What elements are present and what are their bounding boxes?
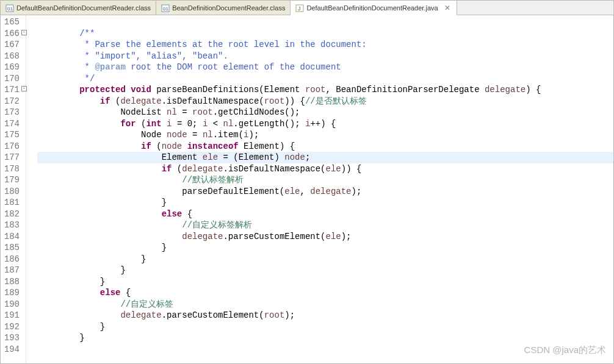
line-number: 187 [1,265,26,276]
line-number: 168 [1,51,26,62]
line-number: 175 [1,129,26,141]
line-number: 186 [1,254,26,265]
svg-text:01: 01 [7,6,13,12]
code-line[interactable]: * Parse the elements at the root level i… [37,39,613,51]
line-number: 189 [1,287,26,299]
line-number: 180 [1,186,26,198]
tab-bar: 01 DefaultBeanDefinitionDocumentReader.c… [1,1,613,15]
code-line[interactable]: delegate.parseCustomElement(ele); [37,231,613,243]
code-line[interactable]: for (int i = 0; i < nl.getLength(); i++)… [37,118,613,130]
line-number: 174 [1,118,26,130]
line-number: 169 [1,62,26,73]
code-line[interactable]: //自定义标签 [37,299,613,310]
line-number: 173 [1,107,26,118]
line-number: 171- [1,84,26,96]
code-line[interactable]: Element ele = (Element) node; [37,152,613,163]
tab-reader-class[interactable]: 01 BeanDefinitionDocumentReader.class [156,1,291,15]
line-number: 170 [1,73,26,85]
code-area[interactable]: /** * Parse the elements at the root lev… [37,15,613,363]
left-margin [29,15,37,363]
line-number: 192 [1,321,26,333]
code-line[interactable] [37,344,613,355]
line-number: 176 [1,141,26,152]
code-line[interactable]: } [37,332,613,344]
tab-label: DefaultBeanDefinitionDocumentReader.java [306,4,438,12]
code-line[interactable]: } [37,265,613,276]
line-number: 190 [1,299,26,310]
code-line[interactable]: */ [37,73,613,85]
code-line[interactable]: NodeList nl = root.getChildNodes(); [37,107,613,118]
line-number: 185 [1,242,26,254]
code-line[interactable]: //自定义标签解析 [37,219,613,231]
line-number: 179 [1,174,26,186]
code-line[interactable]: * @param root the DOM root element of th… [37,62,613,73]
svg-text:01: 01 [163,6,168,12]
line-number: 182 [1,209,26,220]
code-line[interactable]: protected void parseBeanDefinitions(Elem… [37,84,613,96]
code-line[interactable]: if (delegate.isDefaultNamespace(root)) {… [37,96,613,107]
line-number: 165 [1,16,26,28]
code-line[interactable]: else { [37,209,613,220]
code-line[interactable]: Node node = nl.item(i); [37,129,613,141]
code-line[interactable]: //默认标签解析 [37,174,613,186]
code-line[interactable]: /** [37,28,613,40]
code-line[interactable]: } [37,254,613,265]
line-number: 166- [1,28,26,40]
tab-default-java[interactable]: J DefaultBeanDefinitionDocumentReader.ja… [291,1,457,15]
svg-text:J: J [298,5,301,12]
tab-default-class[interactable]: 01 DefaultBeanDefinitionDocumentReader.c… [1,1,156,15]
tab-label: BeanDefinitionDocumentReader.class [172,4,285,12]
code-line[interactable]: } [37,197,613,209]
line-number: 178 [1,163,26,175]
code-line[interactable]: else { [37,287,613,299]
code-line[interactable]: } [37,276,613,288]
code-line[interactable]: } [37,242,613,254]
line-number: 188 [1,276,26,288]
line-number: 181 [1,197,26,209]
line-number: 177 [1,152,26,163]
line-gutter: 165166-167168169170171-17217317417517617… [1,15,26,363]
class-file-icon: 01 [161,4,170,12]
line-number: 172 [1,96,26,107]
code-editor[interactable]: 165166-167168169170171-17217317417517617… [1,15,613,363]
code-line[interactable]: if (node instanceof Element) { [37,141,613,152]
tab-label: DefaultBeanDefinitionDocumentReader.clas… [16,4,151,12]
line-number: 183 [1,219,26,231]
line-number: 194 [1,344,26,355]
fold-toggle-icon[interactable]: - [21,86,27,91]
code-line[interactable] [37,16,613,28]
close-icon[interactable]: ✕ [443,4,452,12]
line-number: 167 [1,39,26,51]
code-line[interactable]: parseDefaultElement(ele, delegate); [37,186,613,198]
line-number: 191 [1,310,26,321]
java-file-icon: J [295,4,304,12]
code-line[interactable]: if (delegate.isDefaultNamespace(ele)) { [37,163,613,175]
code-line[interactable]: } [37,321,613,333]
class-file-icon: 01 [5,4,14,12]
line-number: 184 [1,231,26,243]
line-number: 193 [1,332,26,344]
code-line[interactable]: delegate.parseCustomElement(root); [37,310,613,321]
code-line[interactable]: * "import", "alias", "bean". [37,51,613,62]
fold-toggle-icon[interactable]: - [21,30,27,35]
